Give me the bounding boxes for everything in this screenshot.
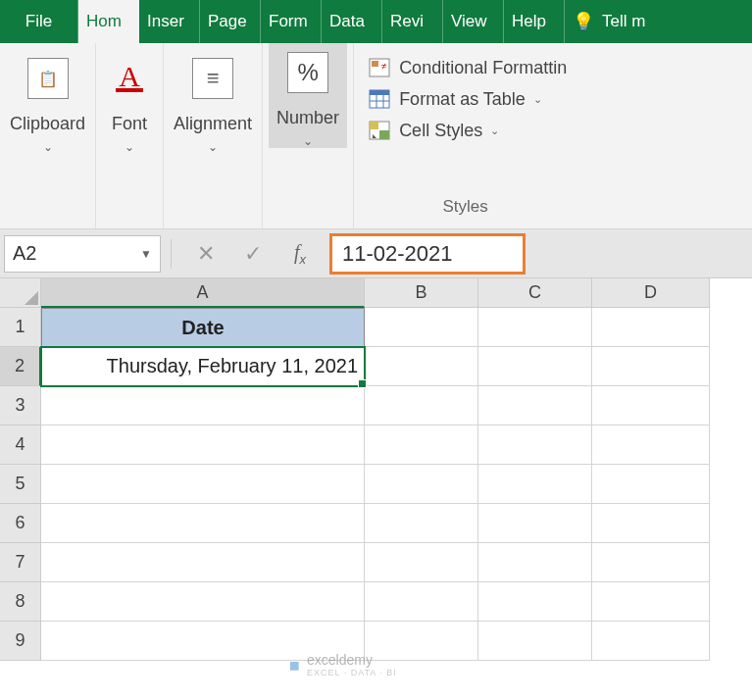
row-header-8[interactable]: 8 <box>0 582 41 622</box>
cell-a6[interactable] <box>41 504 365 543</box>
row-header-2[interactable]: 2 <box>0 347 41 386</box>
format-as-table-label: Format as Table <box>399 89 526 110</box>
cell-d5[interactable] <box>592 465 710 504</box>
name-box[interactable]: A2 ▼ <box>4 235 161 273</box>
cell-d7[interactable] <box>592 543 710 582</box>
name-box-value: A2 <box>13 242 36 265</box>
cell-b2[interactable] <box>365 347 478 386</box>
col-header-b[interactable]: B <box>365 278 478 308</box>
bulb-icon: 💡 <box>573 11 594 32</box>
cell-c9[interactable] <box>478 622 592 661</box>
cell-d3[interactable] <box>592 386 710 425</box>
row-header-3[interactable]: 3 <box>0 386 41 425</box>
svg-rect-4 <box>370 90 389 95</box>
chevron-down-icon: ⌄ <box>303 134 313 148</box>
cell-a7[interactable] <box>41 543 365 582</box>
tab-view[interactable]: View <box>443 0 504 43</box>
cell-b7[interactable] <box>365 543 478 582</box>
cell-b6[interactable] <box>365 504 478 543</box>
cancel-button[interactable]: ✕ <box>184 235 227 273</box>
cell-a2[interactable]: Thursday, February 11, 2021 <box>41 347 365 386</box>
fx-icon: fx <box>294 241 306 267</box>
spreadsheet-grid: 1 2 3 4 5 6 7 8 9 A B C D Date Thursday,… <box>0 278 752 661</box>
tell-me[interactable]: 💡 Tell m <box>565 0 752 43</box>
formula-bar: A2 ▼ ✕ ✓ fx 11-02-2021 <box>0 229 752 278</box>
col-header-d[interactable]: D <box>592 278 710 308</box>
cell-b5[interactable] <box>365 465 478 504</box>
cell-b1[interactable] <box>365 308 478 347</box>
col-header-a[interactable]: A <box>41 278 365 308</box>
cell-b3[interactable] <box>365 386 478 425</box>
cell-a1[interactable]: Date <box>41 308 365 347</box>
chevron-down-icon: ⌄ <box>43 140 53 154</box>
cell-c2[interactable] <box>478 347 592 386</box>
insert-function-button[interactable]: fx <box>278 235 322 273</box>
tab-bar: File Hom Inser Page Form Data Revi View … <box>0 0 752 43</box>
number-button[interactable]: % Number ⌄ <box>269 43 347 148</box>
conditional-formatting-label: Conditional Formattin <box>399 58 567 78</box>
cell-d1[interactable] <box>592 308 710 347</box>
font-label: Font <box>112 114 147 134</box>
cell-c5[interactable] <box>478 465 592 504</box>
watermark-name: exceldemy <box>307 652 397 668</box>
number-icon: % <box>287 52 328 93</box>
cell-c3[interactable] <box>478 386 592 425</box>
clipboard-label: Clipboard <box>10 114 85 134</box>
tab-review[interactable]: Revi <box>382 0 443 43</box>
conditional-formatting-button[interactable]: ≠ Conditional Formattin <box>364 55 571 80</box>
cell-d6[interactable] <box>592 504 710 543</box>
tab-insert[interactable]: Inser <box>139 0 200 43</box>
cell-b8[interactable] <box>365 582 478 622</box>
tab-data[interactable]: Data <box>322 0 382 43</box>
cell-b4[interactable] <box>365 425 478 465</box>
cell-a3[interactable] <box>41 386 365 425</box>
cell-d2[interactable] <box>592 347 710 386</box>
cell-styles-button[interactable]: Cell Styles ⌄ <box>364 118 503 143</box>
svg-text:≠: ≠ <box>381 61 387 72</box>
chevron-down-icon: ⌄ <box>125 140 134 154</box>
tab-page-layout[interactable]: Page <box>200 0 261 43</box>
col-header-c[interactable]: C <box>478 278 592 308</box>
cell-styles-label: Cell Styles <box>399 121 482 141</box>
cell-d8[interactable] <box>592 582 710 622</box>
alignment-button[interactable]: ≡ Alignment ⌄ <box>174 49 252 154</box>
format-as-table-icon <box>368 88 391 110</box>
x-icon: ✕ <box>197 241 215 267</box>
styles-group-label: Styles <box>443 197 488 221</box>
chevron-down-icon: ⌄ <box>533 93 542 106</box>
font-button[interactable]: A Font ⌄ <box>106 49 153 154</box>
format-as-table-button[interactable]: Format as Table ⌄ <box>364 86 546 112</box>
row-header-4[interactable]: 4 <box>0 425 41 465</box>
cell-a4[interactable] <box>41 425 365 465</box>
row-header-7[interactable]: 7 <box>0 543 41 582</box>
cell-d4[interactable] <box>592 425 710 465</box>
alignment-icon: ≡ <box>192 58 233 99</box>
cell-c1[interactable] <box>478 308 592 347</box>
tell-me-label: Tell m <box>602 12 645 31</box>
tab-home[interactable]: Hom <box>78 0 139 43</box>
cell-a5[interactable] <box>41 465 365 504</box>
row-header-6[interactable]: 6 <box>0 504 41 543</box>
cell-d9[interactable] <box>592 622 710 661</box>
cell-c7[interactable] <box>478 543 592 582</box>
formula-input[interactable]: 11-02-2021 <box>329 233 526 275</box>
row-header-9[interactable]: 9 <box>0 622 41 661</box>
tab-formulas[interactable]: Form <box>261 0 322 43</box>
cell-c4[interactable] <box>478 425 592 465</box>
tab-file[interactable]: File <box>0 0 78 43</box>
row-header-5[interactable]: 5 <box>0 465 41 504</box>
cell-c6[interactable] <box>478 504 592 543</box>
clipboard-button[interactable]: 📋 Clipboard ⌄ <box>10 49 85 154</box>
separator <box>171 239 175 269</box>
tab-help[interactable]: Help <box>504 0 565 43</box>
enter-button[interactable]: ✓ <box>231 235 275 273</box>
ribbon-group-font: A Font ⌄ <box>96 43 164 228</box>
cell-a8[interactable] <box>41 582 365 622</box>
svg-rect-10 <box>379 130 389 139</box>
watermark: ◆ exceldemy EXCEL · DATA · BI <box>289 652 397 677</box>
svg-rect-1 <box>372 61 378 67</box>
select-all-corner[interactable] <box>0 278 41 308</box>
row-header-1[interactable]: 1 <box>0 308 41 347</box>
clipboard-icon: 📋 <box>27 58 69 99</box>
cell-c8[interactable] <box>478 582 592 622</box>
